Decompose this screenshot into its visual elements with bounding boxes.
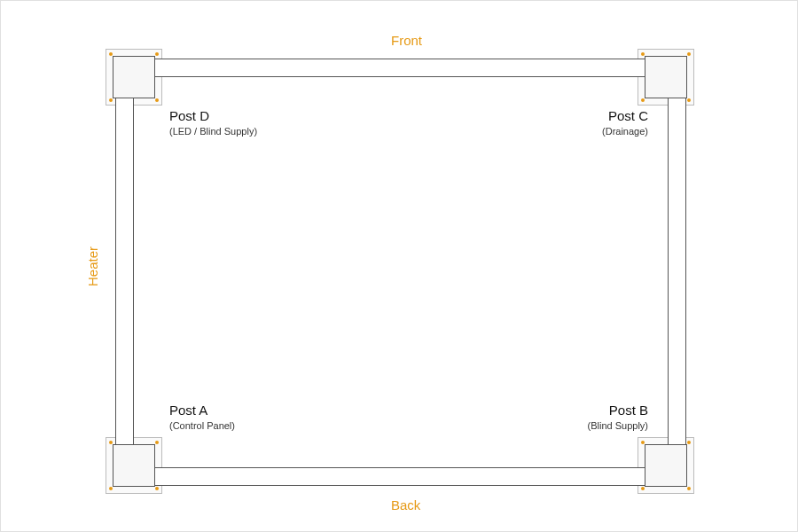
post-b <box>645 444 687 487</box>
post-c-name: Post C <box>533 107 648 125</box>
side-label-front: Front <box>391 33 422 48</box>
post-c <box>645 56 687 98</box>
side-label-heater: Heater <box>85 246 100 286</box>
post-a-name: Post A <box>169 402 235 419</box>
post-label-a: Post A (Control Panel) <box>169 402 235 433</box>
post-b-function: (Blind Supply) <box>533 419 648 433</box>
post-d <box>113 56 155 98</box>
post-label-c: Post C (Drainage) <box>533 107 648 138</box>
beam-a-bottom <box>152 467 648 486</box>
beam-d-right <box>668 95 686 448</box>
post-c-function: (Drainage) <box>533 125 648 138</box>
beam-c-left <box>115 95 134 448</box>
post-d-function: (LED / Blind Supply) <box>169 125 257 138</box>
side-label-back: Back <box>391 497 420 512</box>
post-label-b: Post B (Blind Supply) <box>533 402 648 433</box>
post-a <box>113 444 155 487</box>
post-d-name: Post D <box>169 107 257 125</box>
pergola-layout-diagram: Front Back Heater Beam B Beam A Beam C B… <box>0 0 798 532</box>
post-a-function: (Control Panel) <box>169 419 235 433</box>
post-b-name: Post B <box>533 402 648 419</box>
beam-b-top <box>152 59 648 77</box>
post-label-d: Post D (LED / Blind Supply) <box>169 107 257 138</box>
